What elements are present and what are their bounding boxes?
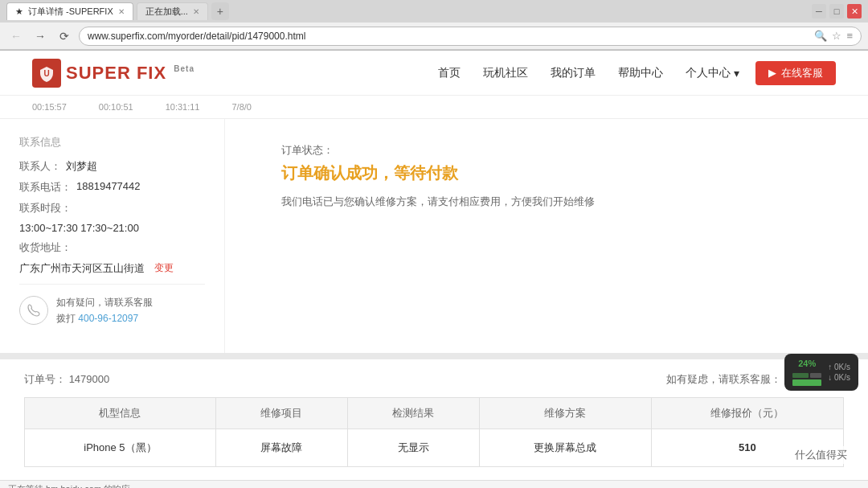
contact-time-value-row: 13:00~17:30 17:30~21:00 [19,222,205,234]
progress-time-3: 10:31:11 [166,102,200,112]
status-bar: 正在等待 hm.baidu.com 的响应... [0,480,868,488]
question-label: 如有疑虑，请联系客服： [666,372,781,387]
maximize-button[interactable]: □ [829,4,844,18]
back-button[interactable]: ← [6,27,26,46]
col-price: 维修报价（元） [651,397,843,429]
tab-active[interactable]: ★ 订单详情 -SUPERFIX ✕ [6,2,133,20]
site-header: U SUPER FIX Beta 首页 玩机社区 我的订单 帮助中心 个人中心 … [0,51,868,96]
service-prompt: 如有疑问，请联系客服 [56,294,153,310]
svg-rect-2 [792,373,809,378]
network-chart [792,370,821,386]
network-percent: 24% [798,359,816,368]
cell-repair-plan: 更换屏幕总成 [479,429,651,466]
logo-area: U SUPER FIX Beta [32,59,194,88]
order-id-label: 订单号： [24,373,66,385]
tab-inactive[interactable]: 正在加载... ✕ [137,2,208,20]
status-description: 我们电话已与您确认维修方案，请支付相应费用，方便我们开始维修 [281,194,844,211]
nav-orders[interactable]: 我的订单 [551,66,596,80]
tab-title: 订单详情 -SUPERFIX [28,6,113,18]
page-content: U SUPER FIX Beta 首页 玩机社区 我的订单 帮助中心 个人中心 … [0,51,868,480]
progress-time-2: 00:10:51 [99,102,133,112]
status-label: 订单状态： [281,143,844,158]
nav-menu: 首页 玩机社区 我的订单 帮助中心 个人中心 ▾ [438,66,739,80]
address-value: 广东广州市天河区五山街道 [19,261,145,276]
tab-favicon: ★ [15,6,23,17]
service-action-row: 拨打 400-96-12097 [56,310,153,326]
service-phone[interactable]: 400-96-12097 [78,313,138,324]
phone-value: 18819477442 [76,180,141,195]
watermark: 什么值得买 [790,446,852,464]
cell-check-result: 无显示 [347,429,479,466]
online-service-button[interactable]: ▶ 在线客服 [755,61,836,85]
contact-details: 联系人： 刘梦超 联系电话： 18819477442 联系时段： 13:00~1… [19,159,205,276]
tab-close-btn-2[interactable]: ✕ [193,7,199,16]
order-status-panel: 订单状态： 订单确认成功，等待付款 我们电话已与您确认维修方案，请支付相应费用，… [225,119,868,353]
order-id-area: 订单号： 1479000 [24,372,109,387]
svg-rect-3 [810,373,821,378]
phone-label: 联系电话： [19,180,72,195]
nav-help[interactable]: 帮助中心 [618,66,663,80]
address-label: 收货地址： [19,240,72,255]
name-value: 刘梦超 [66,159,97,174]
new-tab-button[interactable]: + [211,2,229,20]
logo-icon: U [32,59,61,88]
time-label: 联系时段： [19,201,72,215]
nav-personal[interactable]: 个人中心 ▾ [686,66,739,80]
order-id-value: 1479000 [69,373,110,385]
customer-service-row: 如有疑问，请联系客服 拨打 400-96-12097 [19,284,205,337]
order-meta-row: 订单号： 1479000 如有疑虑，请联系客服： 🐧 QQ交流 [24,372,844,388]
network-widget: 24% ↑ 0K/s ↓ 0K/s [784,354,858,391]
table-header-row: 机型信息 维修项目 检测结果 维修方案 维修报价（元） [25,397,844,429]
upload-speed: ↑ 0K/s [828,363,850,371]
browser-chrome: ★ 订单详情 -SUPERFIX ✕ 正在加载... ✕ + ─ □ ✕ ← →… [0,0,868,51]
order-info-section: 订单号： 1479000 如有疑虑，请联系客服： 🐧 QQ交流 机型信息 维修项… [0,359,868,480]
video-icon: ▶ [768,67,776,79]
contact-info-panel: 联系信息 联系人： 刘梦超 联系电话： 18819477442 联系时段： 13… [0,119,225,353]
search-icon[interactable]: 🔍 [814,30,827,42]
svg-rect-1 [792,379,821,386]
table-row: iPhone 5（黑） 屏幕故障 无显示 更换屏幕总成 510 [25,429,844,466]
progress-bar-area: 00:15:57 00:10:51 10:31:11 7/8/0 [0,96,868,119]
contact-address-value-row: 广东广州市天河区五山街道 变更 [19,261,205,276]
col-repair-plan: 维修方案 [479,397,651,429]
nav-bar: ← → ⟳ www.superfix.com/myorder/detail/pi… [0,23,868,50]
progress-time-4: 7/8/0 [231,102,251,112]
chevron-down-icon: ▾ [734,67,739,80]
cell-repair-item: 屏幕故障 [215,429,347,466]
logo-name: SUPER FIX Beta [66,63,194,84]
contact-phone-row: 联系电话： 18819477442 [19,180,205,195]
nav-home[interactable]: 首页 [438,66,461,80]
close-button[interactable]: ✕ [847,4,862,18]
bookmark-icon[interactable]: ☆ [832,30,841,42]
tab-close-btn[interactable]: ✕ [118,7,125,16]
address-text: www.superfix.com/myorder/detail/pid/1479… [88,31,814,42]
status-value: 订单确认成功，等待付款 [281,162,844,184]
download-speed: ↓ 0K/s [828,373,850,382]
cell-model: iPhone 5（黑） [25,429,216,466]
minimize-button[interactable]: ─ [812,4,826,18]
status-text: 正在等待 hm.baidu.com 的响应... [8,483,137,488]
network-speeds: ↑ 0K/s ↓ 0K/s [828,363,850,382]
col-model: 机型信息 [25,397,216,429]
address-bar[interactable]: www.superfix.com/myorder/detail/pid/1479… [79,27,862,46]
progress-time-1: 00:15:57 [32,102,67,112]
nav-community[interactable]: 玩机社区 [483,66,528,80]
title-bar: ★ 订单详情 -SUPERFIX ✕ 正在加载... ✕ + ─ □ ✕ [0,0,868,23]
repair-table: 机型信息 维修项目 检测结果 维修方案 维修报价（元） iPhone 5（黑） … [24,397,844,467]
change-address-button[interactable]: 变更 [154,261,174,276]
order-status-area: 订单状态： 订单确认成功，等待付款 我们电话已与您确认维修方案，请支付相应费用，… [249,135,844,219]
phone-icon [19,296,48,325]
reload-button[interactable]: ⟳ [55,27,74,46]
contact-address-row: 收货地址： [19,240,205,255]
svg-text:U: U [43,69,49,78]
contact-time-row: 联系时段： [19,201,205,215]
contact-name-row: 联系人： 刘梦超 [19,159,205,174]
tab-title-2: 正在加载... [145,6,188,18]
service-info: 如有疑问，请联系客服 拨打 400-96-12097 [56,294,153,327]
address-icons: 🔍 ☆ ≡ [814,30,853,42]
col-repair-item: 维修项目 [215,397,347,429]
time-value: 13:00~17:30 17:30~21:00 [19,222,139,234]
window-controls: ─ □ ✕ [812,4,862,18]
forward-button[interactable]: → [31,27,50,46]
menu-icon[interactable]: ≡ [846,30,853,42]
